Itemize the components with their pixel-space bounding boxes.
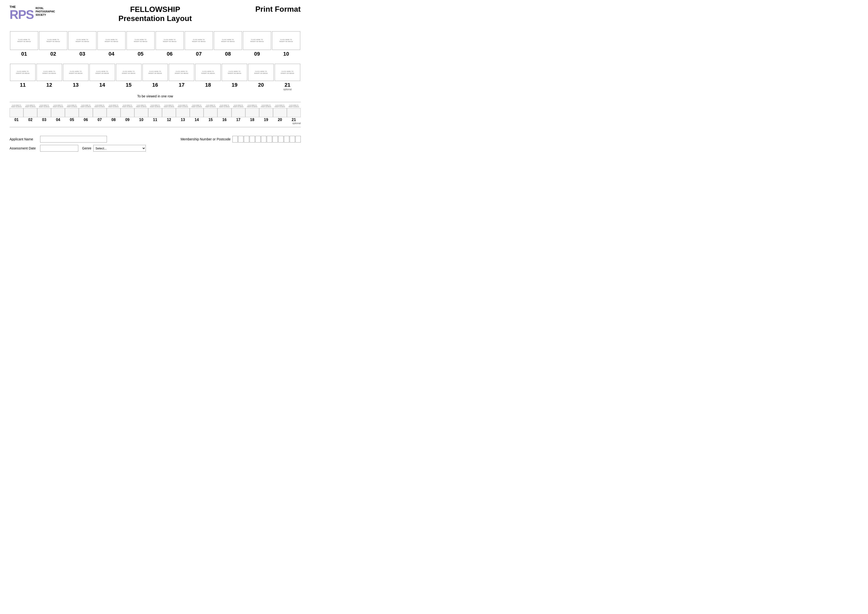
thumb-box-02[interactable]: [23, 108, 37, 118]
image-number-10: 10: [283, 51, 289, 57]
applicant-name-input[interactable]: [40, 136, 107, 143]
image-box-text-16: CLICK HERE TOINSERT AN IMAGE: [149, 70, 162, 74]
image-box-09[interactable]: CLICK HERE TOINSERT AN IMAGE: [243, 31, 271, 50]
thumb-box-03[interactable]: [37, 108, 51, 118]
image-number-18: 18: [205, 82, 211, 88]
thumb-label-07: CLICK HERE TOINSERT AN IMAGE: [95, 105, 105, 108]
thumb-cell-03: CLICK HERE TOINSERT AN IMAGE 03: [37, 105, 51, 122]
thumb-cell-07: CLICK HERE TOINSERT AN IMAGE 07: [93, 105, 107, 122]
thumb-number-13: 13: [181, 118, 185, 122]
membership-box-9[interactable]: [278, 136, 284, 143]
image-number-13: 13: [73, 82, 79, 88]
thumb-box-05[interactable]: [65, 108, 79, 118]
thumb-number-02: 02: [28, 118, 33, 122]
image-number-09: 09: [254, 51, 260, 57]
membership-box-3[interactable]: [244, 136, 249, 143]
thumb-box-12[interactable]: [162, 108, 176, 118]
image-cell-01: CLICK HERE TOINSERT AN IMAGE 01: [9, 30, 39, 58]
image-cell-02: CLICK HERE TOINSERT AN IMAGE 02: [39, 30, 68, 58]
thumb-cell-18: CLICK HERE TOINSERT AN IMAGE 18: [245, 105, 259, 122]
thumb-box-15[interactable]: [203, 108, 217, 118]
thumb-cell-15: CLICK HERE TOINSERT AN IMAGE 15: [203, 105, 217, 122]
thumb-label-16: CLICK HERE TOINSERT AN IMAGE: [219, 105, 230, 108]
image-box-04[interactable]: CLICK HERE TOINSERT AN IMAGE: [98, 31, 126, 50]
image-cell-14: CLICK HERE TOINSERT AN IMAGE 14: [89, 63, 116, 89]
image-box-14[interactable]: CLICK HERE TOINSERT AN IMAGE: [90, 64, 115, 81]
image-box-21[interactable]: CLICK HERE TOINSERT AN IMAGE: [275, 64, 300, 81]
thumb-label-20: CLICK HERE TOINSERT AN IMAGE: [275, 105, 285, 108]
thumb-box-19[interactable]: [259, 108, 273, 118]
membership-box-12[interactable]: [296, 136, 301, 143]
assessment-date-input[interactable]: [40, 145, 78, 152]
thumb-label-09: CLICK HERE TOINSERT AN IMAGE: [122, 105, 133, 108]
image-box-12[interactable]: CLICK HERE TOINSERT AN IMAGE: [37, 64, 62, 81]
thumb-cell-01: CLICK HERE TOINSERT AN IMAGE 01: [9, 105, 23, 122]
membership-box-5[interactable]: [255, 136, 260, 143]
membership-box-4[interactable]: [250, 136, 255, 143]
image-box-13[interactable]: CLICK HERE TOINSERT AN IMAGE: [63, 64, 88, 81]
image-box-02[interactable]: CLICK HERE TOINSERT AN IMAGE: [39, 31, 67, 50]
image-box-20[interactable]: CLICK HERE TOINSERT AN IMAGE: [248, 64, 274, 81]
image-cell-10: CLICK HERE TOINSERT AN IMAGE 10: [271, 30, 301, 58]
image-box-16[interactable]: CLICK HERE TOINSERT AN IMAGE: [143, 64, 168, 81]
thumb-number-07: 07: [98, 118, 102, 122]
image-box-17[interactable]: CLICK HERE TOINSERT AN IMAGE: [169, 64, 194, 81]
thumb-box-20[interactable]: [273, 108, 287, 118]
image-box-03[interactable]: CLICK HERE TOINSERT AN IMAGE: [68, 31, 96, 50]
thumb-box-10[interactable]: [134, 108, 148, 118]
image-box-07[interactable]: CLICK HERE TOINSERT AN IMAGE: [185, 31, 213, 50]
membership-boxes: [232, 136, 301, 143]
membership-box-8[interactable]: [273, 136, 278, 143]
thumb-box-09[interactable]: [121, 108, 134, 118]
thumb-section: CLICK HERE TOINSERT AN IMAGE 01 CLICK HE…: [9, 105, 301, 125]
membership-box-11[interactable]: [290, 136, 295, 143]
image-box-text-15: CLICK HERE TOINSERT AN IMAGE: [122, 70, 136, 74]
thumb-box-07[interactable]: [93, 108, 107, 118]
thumb-box-04[interactable]: [51, 108, 65, 118]
thumb-box-13[interactable]: [176, 108, 190, 118]
image-cell-12: CLICK HERE TOINSERT AN IMAGE 12: [36, 63, 62, 89]
thumb-box-21[interactable]: [287, 108, 301, 118]
image-box-10[interactable]: CLICK HERE TOINSERT AN IMAGE: [272, 31, 300, 50]
thumb-cell-17: CLICK HERE TOINSERT AN IMAGE 17: [231, 105, 245, 122]
membership-box-1[interactable]: [232, 136, 238, 143]
thumb-cell-19: CLICK HERE TOINSERT AN IMAGE 19: [259, 105, 273, 122]
image-box-text-01: CLICK HERE TOINSERT AN IMAGE: [17, 39, 31, 43]
thumb-box-14[interactable]: [190, 108, 203, 118]
genre-group: Genre Select...: [82, 145, 146, 152]
membership-box-10[interactable]: [284, 136, 289, 143]
genre-label: Genre: [82, 146, 91, 150]
membership-box-6[interactable]: [261, 136, 267, 143]
thumb-box-18[interactable]: [245, 108, 259, 118]
logo-subtitle: ROYAL PHOTOGRAPHIC SOCIETY: [36, 7, 55, 17]
thumb-box-11[interactable]: [148, 108, 162, 118]
thumb-box-17[interactable]: [231, 108, 245, 118]
thumb-number-15: 15: [208, 118, 212, 122]
thumb-box-06[interactable]: [79, 108, 93, 118]
thumb-box-16[interactable]: [217, 108, 231, 118]
title-line1: FELLOWSHIP: [55, 5, 255, 14]
image-box-01[interactable]: CLICK HERE TOINSERT AN IMAGE: [10, 31, 38, 50]
image-box-08[interactable]: CLICK HERE TOINSERT AN IMAGE: [214, 31, 242, 50]
membership-box-2[interactable]: [238, 136, 243, 143]
thumb-cell-02: CLICK HERE TOINSERT AN IMAGE 02: [23, 105, 37, 122]
image-box-11[interactable]: CLICK HERE TOINSERT AN IMAGE: [10, 64, 36, 81]
image-box-06[interactable]: CLICK HERE TOINSERT AN IMAGE: [156, 31, 184, 50]
image-box-05[interactable]: CLICK HERE TOINSERT AN IMAGE: [127, 31, 155, 50]
thumb-cell-09: CLICK HERE TOINSERT AN IMAGE 09: [121, 105, 134, 122]
image-number-07: 07: [196, 51, 202, 57]
image-box-19[interactable]: CLICK HERE TOINSERT AN IMAGE: [222, 64, 247, 81]
image-box-18[interactable]: CLICK HERE TOINSERT AN IMAGE: [195, 64, 221, 81]
image-box-text-17: CLICK HERE TOINSERT AN IMAGE: [175, 70, 188, 74]
membership-box-7[interactable]: [267, 136, 272, 143]
image-box-text-05: CLICK HERE TOINSERT AN IMAGE: [134, 39, 147, 43]
thumb-label-06: CLICK HERE TOINSERT AN IMAGE: [81, 105, 91, 108]
thumb-cell-16: CLICK HERE TOINSERT AN IMAGE 16: [217, 105, 231, 122]
thumb-cell-05: CLICK HERE TOINSERT AN IMAGE 05: [65, 105, 79, 122]
thumb-box-08[interactable]: [107, 108, 121, 118]
thumb-box-01[interactable]: [9, 108, 23, 118]
image-box-15[interactable]: CLICK HERE TOINSERT AN IMAGE: [116, 64, 141, 81]
divider-2: [9, 127, 301, 127]
genre-select[interactable]: Select...: [93, 145, 146, 152]
image-section-row2: CLICK HERE TOINSERT AN IMAGE 11 CLICK HE…: [9, 63, 301, 91]
